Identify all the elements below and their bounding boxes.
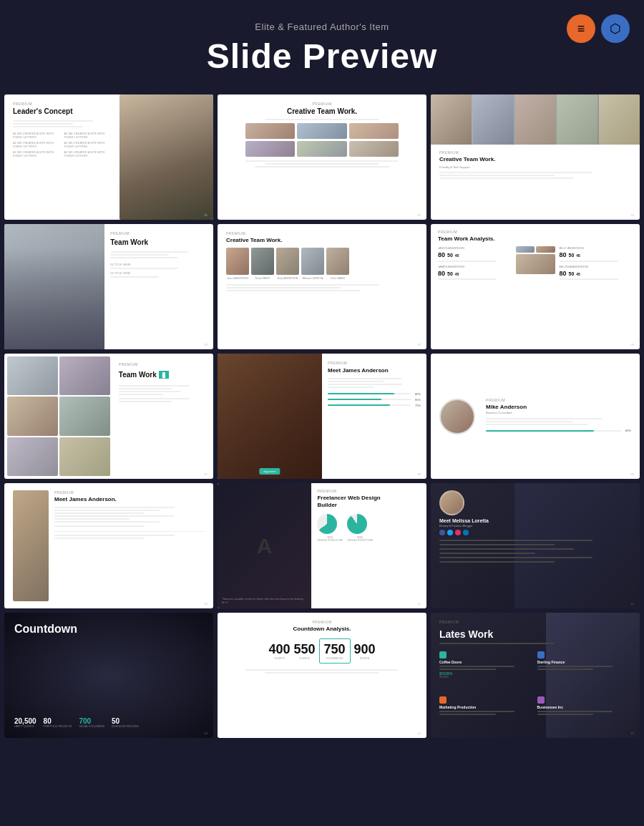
slide-9[interactable]: PREMIUM Mike Anderson Business Consultan…: [431, 354, 640, 479]
elite-badge: ≡: [567, 14, 595, 43]
slide-5[interactable]: PREMIUM Creative Team Work. Jason ANDERS…: [218, 224, 426, 349]
slide-9-label: PREMIUM: [486, 398, 631, 402]
slide-8[interactable]: alignment PREMIUM Meet James Anderson 80…: [218, 354, 426, 479]
slide-1-num: 01: [205, 213, 208, 217]
slide-6-label: PREMIUM: [438, 230, 633, 234]
slide-10-title: Meet James Anderson.: [54, 496, 205, 503]
slide-3-num: 03: [631, 213, 634, 217]
slide-2-label: PREMIUM: [226, 102, 418, 106]
slide-6[interactable]: PREMIUM Team Work Analysis. JASON ANDERS…: [431, 224, 640, 349]
slide-3-label: PREMIUM: [439, 150, 631, 155]
slide-8-label: PREMIUM: [328, 361, 421, 365]
slide-2-title: Creative Team Work.: [226, 107, 418, 116]
slide-9-title: Mike Anderson: [486, 404, 631, 411]
featured-badge: ⬡: [601, 14, 630, 43]
slide-1-label: PREMIUM: [13, 102, 113, 106]
slide-11-num: 11: [418, 602, 421, 606]
slide-14[interactable]: PREMIUM Countdown Analysis. 400 TICKETS …: [218, 613, 426, 738]
slide-15-label: PREMIUM: [439, 620, 631, 624]
slide-4[interactable]: PREMIUM Team Work 01 TITLE HERE 01 TITLE…: [4, 224, 213, 349]
slide-5-title: Creative Team Work.: [226, 237, 418, 244]
header-badges: ≡ ⬡: [567, 14, 630, 43]
slide-8-title: Meet James Anderson: [328, 367, 421, 374]
slide-10-num: 10: [205, 602, 208, 606]
slide-10-label: PREMIUM: [54, 490, 205, 495]
slide-12-title: Meet Melissa Loretta: [439, 518, 489, 523]
slide-14-num: 14: [418, 732, 421, 735]
slide-6-title: Team Work Analysis.: [438, 235, 633, 243]
slide-3[interactable]: PREMIUM Creative Team Work. Friendly & T…: [431, 94, 640, 220]
slide-4-title: Team Work: [110, 238, 208, 247]
slide-5-label: PREMIUM: [226, 231, 418, 235]
slide-1-photo: [119, 94, 213, 220]
slide-7-num: 07: [205, 472, 208, 476]
slide-14-label: PREMIUM: [226, 620, 418, 624]
header-title: Slide Preview: [14, 37, 630, 76]
slide-4-num: 04: [205, 343, 208, 346]
page-header: ≡ ⬡ Elite & Featured Author's Item Slide…: [0, 0, 644, 90]
slide-13[interactable]: Countdown 20,500 HAPPY CLIENTS 80 PORTFO…: [4, 613, 213, 738]
slide-10[interactable]: PREMIUM Meet James Anderson. 10: [4, 483, 213, 608]
slide-4-label: PREMIUM: [110, 231, 208, 235]
slide-2-num: 02: [418, 213, 421, 217]
slide-13-title: Countdown: [14, 623, 203, 636]
slide-11-label: PREMIUM: [317, 489, 421, 493]
slide-5-num: 05: [418, 343, 421, 346]
slide-3-title: Creative Team Work.: [439, 156, 631, 163]
slide-12[interactable]: Meet Melissa Loretta Beauty & Fashion Bl…: [431, 483, 640, 608]
slide-6-num: 06: [631, 343, 634, 346]
slide-7[interactable]: PREMIUM Team Work ▮ 07: [4, 354, 213, 479]
slide-11[interactable]: A "Success usually comes to those who ar…: [218, 483, 426, 608]
slide-15-title: Lates Work: [439, 628, 631, 640]
slide-7-label: PREMIUM: [119, 362, 208, 366]
slide-1-title: Leader's Concept: [13, 107, 113, 116]
slides-grid: PREMIUM Leader's Concept A1 WE CREATED A…: [0, 90, 644, 742]
slide-7-title: Team Work ▮: [119, 371, 208, 379]
slide-9-num: 09: [631, 472, 634, 476]
slide-2[interactable]: PREMIUM Creative Team Work. 02: [218, 94, 426, 220]
slide-15[interactable]: PREMIUM Lates Work Coffee Doors $500BN $…: [431, 613, 640, 738]
slide-8-num: 08: [418, 472, 421, 476]
slide-11-title: Freelancer Web DesignBuilder: [317, 495, 421, 508]
slide-1[interactable]: PREMIUM Leader's Concept A1 WE CREATED A…: [4, 94, 213, 220]
header-subtitle: Elite & Featured Author's Item: [14, 21, 630, 32]
slide-14-title: Countdown Analysis.: [226, 626, 418, 633]
